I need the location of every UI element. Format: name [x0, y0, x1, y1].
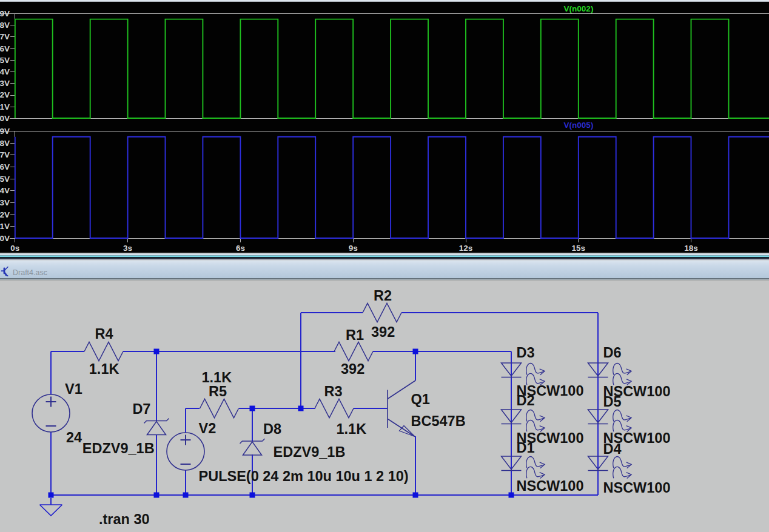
- svg-text:7V: 7V: [0, 32, 10, 41]
- svg-text:R5: R5: [209, 384, 227, 399]
- svg-text:D1: D1: [517, 440, 535, 456]
- svg-text:V1: V1: [65, 381, 82, 397]
- svg-text:9V: 9V: [0, 9, 10, 18]
- svg-text:Q1: Q1: [411, 391, 430, 407]
- svg-text:3V: 3V: [0, 198, 10, 207]
- svg-text:D5: D5: [603, 394, 622, 410]
- svg-text:NSCW100: NSCW100: [517, 478, 584, 494]
- svg-text:D8: D8: [263, 421, 281, 437]
- svg-text:18s: 18s: [684, 244, 698, 253]
- svg-text:.tran 30: .tran 30: [99, 511, 150, 527]
- svg-text:8V: 8V: [0, 21, 10, 30]
- svg-text:392: 392: [341, 361, 364, 377]
- svg-text:V(n005): V(n005): [564, 121, 594, 130]
- svg-text:5V: 5V: [0, 56, 10, 65]
- svg-text:0V: 0V: [0, 234, 10, 243]
- svg-text:3V: 3V: [0, 79, 10, 88]
- svg-text:R4: R4: [95, 326, 113, 342]
- svg-text:3s: 3s: [123, 244, 132, 253]
- svg-text:1.1K: 1.1K: [89, 361, 119, 377]
- svg-text:24: 24: [66, 430, 82, 445]
- svg-text:D7: D7: [132, 401, 150, 417]
- svg-text:D2: D2: [517, 393, 535, 408]
- svg-text:15s: 15s: [572, 244, 586, 253]
- svg-text:6V: 6V: [0, 44, 10, 53]
- svg-text:EDZV9_1B: EDZV9_1B: [82, 441, 155, 456]
- svg-text:1.1K: 1.1K: [337, 421, 367, 437]
- svg-text:2V: 2V: [0, 210, 10, 219]
- svg-text:EDZV9_1B: EDZV9_1B: [274, 444, 346, 460]
- svg-text:R2: R2: [374, 288, 392, 304]
- svg-text:R3: R3: [324, 384, 343, 399]
- svg-text:12s: 12s: [459, 244, 473, 253]
- svg-text:BC547B: BC547B: [411, 413, 466, 429]
- svg-text:1V: 1V: [0, 102, 10, 111]
- svg-text:8V: 8V: [0, 139, 10, 148]
- svg-text:4V: 4V: [0, 186, 10, 195]
- svg-text:7V: 7V: [0, 150, 10, 159]
- svg-text:9s: 9s: [349, 244, 358, 253]
- svg-text:0s: 0s: [10, 244, 19, 253]
- svg-text:Draft4.asc: Draft4.asc: [13, 268, 47, 277]
- svg-text:V(n002): V(n002): [564, 4, 594, 13]
- svg-text:6s: 6s: [236, 244, 245, 253]
- svg-text:D4: D4: [603, 441, 622, 457]
- svg-text:6V: 6V: [0, 162, 10, 171]
- svg-text:NSCW100: NSCW100: [603, 480, 671, 496]
- svg-text:R1: R1: [346, 327, 364, 343]
- svg-text:2V: 2V: [0, 90, 10, 99]
- svg-text:PULSE(0 24 2m 10u 10u 1 2 10): PULSE(0 24 2m 10u 10u 1 2 10): [199, 468, 409, 484]
- svg-text:V2: V2: [199, 421, 217, 436]
- svg-text:0V: 0V: [0, 114, 10, 123]
- svg-text:9V: 9V: [0, 127, 10, 136]
- svg-text:5V: 5V: [0, 175, 10, 184]
- svg-text:392: 392: [371, 324, 395, 340]
- svg-text:D3: D3: [517, 345, 535, 361]
- svg-text:4V: 4V: [0, 67, 10, 76]
- svg-text:D6: D6: [603, 345, 622, 361]
- svg-text:1V: 1V: [0, 222, 10, 231]
